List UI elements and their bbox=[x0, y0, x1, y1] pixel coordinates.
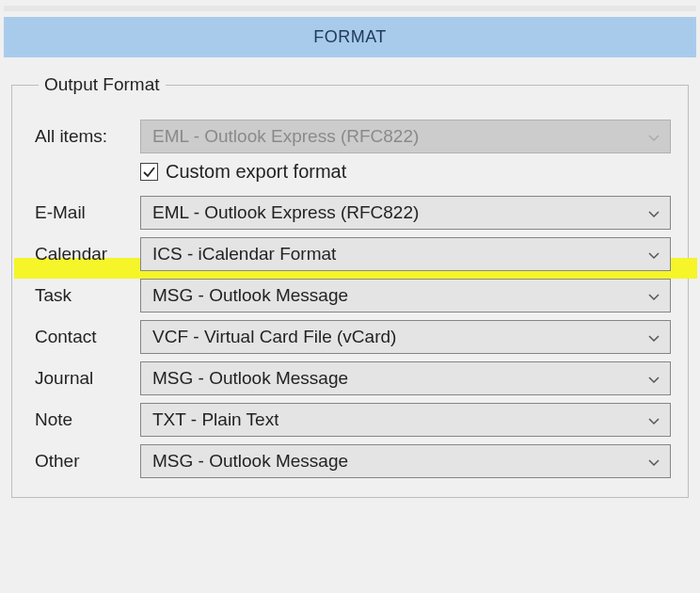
other-combo[interactable]: MSG - Outlook Message bbox=[140, 444, 671, 478]
chevron-down-icon bbox=[647, 451, 660, 472]
chevron-down-icon bbox=[647, 202, 660, 223]
journal-row: Journal MSG - Outlook Message bbox=[35, 361, 671, 395]
calendar-combo-value: ICS - iCalendar Format bbox=[152, 244, 336, 264]
contact-combo[interactable]: VCF - Virtual Card File (vCard) bbox=[140, 320, 671, 354]
task-combo[interactable]: MSG - Outlook Message bbox=[140, 279, 671, 313]
chevron-down-icon bbox=[647, 368, 660, 389]
checkmark-icon bbox=[142, 165, 156, 179]
email-combo[interactable]: EML - Outlook Express (RFC822) bbox=[140, 196, 671, 230]
chevron-down-icon bbox=[647, 244, 660, 264]
note-row: Note TXT - Plain Text bbox=[35, 403, 671, 437]
note-combo-value: TXT - Plain Text bbox=[152, 409, 278, 430]
other-combo-value: MSG - Outlook Message bbox=[152, 451, 348, 472]
panel-top-spacer bbox=[4, 6, 696, 11]
note-label: Note bbox=[35, 409, 140, 430]
email-combo-value: EML - Outlook Express (RFC822) bbox=[152, 202, 419, 223]
contact-combo-value: VCF - Virtual Card File (vCard) bbox=[152, 327, 396, 347]
format-panel: FORMAT Output Format All items: EML - Ou… bbox=[0, 0, 700, 507]
contact-row: Contact VCF - Virtual Card File (vCard) bbox=[35, 320, 671, 354]
email-row: E-Mail EML - Outlook Express (RFC822) bbox=[35, 196, 671, 230]
all-items-row: All items: EML - Outlook Express (RFC822… bbox=[35, 120, 671, 153]
output-format-legend: Output Format bbox=[39, 74, 166, 95]
all-items-label: All items: bbox=[35, 126, 140, 147]
all-items-combo: EML - Outlook Express (RFC822) bbox=[140, 120, 671, 153]
calendar-row: Calendar ICS - iCalendar Format bbox=[35, 237, 671, 271]
format-header: FORMAT bbox=[4, 17, 696, 57]
custom-export-checkbox[interactable] bbox=[140, 163, 158, 181]
contact-label: Contact bbox=[35, 327, 140, 347]
task-row: Task MSG - Outlook Message bbox=[35, 279, 671, 313]
chevron-down-icon bbox=[647, 327, 660, 347]
journal-label: Journal bbox=[35, 368, 140, 389]
output-format-fieldset: Output Format All items: EML - Outlook E… bbox=[11, 74, 689, 498]
other-row: Other MSG - Outlook Message bbox=[35, 444, 671, 478]
journal-combo-value: MSG - Outlook Message bbox=[152, 368, 348, 389]
calendar-combo[interactable]: ICS - iCalendar Format bbox=[140, 237, 671, 271]
chevron-down-icon bbox=[647, 126, 660, 147]
journal-combo[interactable]: MSG - Outlook Message bbox=[140, 361, 671, 395]
note-combo[interactable]: TXT - Plain Text bbox=[140, 403, 671, 437]
task-combo-value: MSG - Outlook Message bbox=[152, 285, 348, 306]
chevron-down-icon bbox=[647, 409, 660, 430]
all-items-value: EML - Outlook Express (RFC822) bbox=[152, 126, 419, 147]
custom-export-row: Custom export format bbox=[35, 161, 671, 183]
calendar-label: Calendar bbox=[35, 244, 140, 264]
email-label: E-Mail bbox=[35, 202, 140, 223]
chevron-down-icon bbox=[647, 285, 660, 306]
custom-export-label[interactable]: Custom export format bbox=[166, 161, 346, 183]
other-label: Other bbox=[35, 451, 140, 472]
format-header-title: FORMAT bbox=[313, 27, 387, 46]
task-label: Task bbox=[35, 285, 140, 306]
